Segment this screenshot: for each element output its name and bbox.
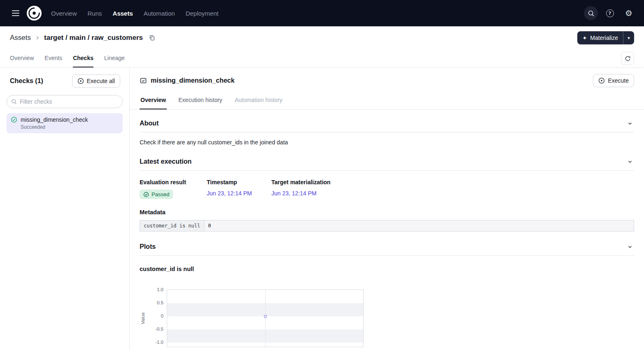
passed-status-badge: Passed <box>140 190 173 199</box>
about-section-header: About <box>140 110 634 132</box>
plots-section-header: Plots <box>140 232 634 256</box>
nav-item-automation[interactable]: Automation <box>144 10 175 17</box>
metadata-table: customer_id is null 0 <box>140 220 634 232</box>
top-nav: Overview Runs Assets Automation Deployme… <box>0 0 644 26</box>
top-nav-actions: ? ⚙ <box>584 6 636 20</box>
filter-checks-field <box>7 95 123 108</box>
breadcrumb-assets-link[interactable]: Assets <box>10 34 31 42</box>
tab-overview[interactable]: Overview <box>10 49 34 67</box>
dagster-logo[interactable] <box>26 5 42 21</box>
y-tick: 0 <box>161 313 163 318</box>
main-nav: Overview Runs Assets Automation Deployme… <box>51 10 219 17</box>
nav-item-runs[interactable]: Runs <box>88 10 102 17</box>
execute-button[interactable]: Execute <box>593 74 634 87</box>
hamburger-menu-icon[interactable] <box>8 6 23 21</box>
tab-lineage[interactable]: Lineage <box>104 49 125 67</box>
asset-tabs: Overview Events Checks Lineage <box>0 49 644 68</box>
checks-count-title: Checks (1) <box>10 77 43 85</box>
y-axis-label-column: Value <box>140 290 148 347</box>
help-icon[interactable]: ? <box>603 6 617 20</box>
metadata-heading: Metadata <box>140 209 634 216</box>
breadcrumb: Assets target / main / raw_customers <box>10 34 155 42</box>
check-detail-header: missing_dimension_check Execute <box>130 68 644 93</box>
app-window: Overview Runs Assets Automation Deployme… <box>0 0 644 350</box>
execute-all-button[interactable]: Execute all <box>72 74 120 88</box>
passed-label: Passed <box>152 191 169 197</box>
timestamp-link[interactable]: Jun 23, 12:14 PM <box>207 190 252 197</box>
sparkle-icon: ✦ <box>582 35 587 41</box>
metadata-key: customer_id is null <box>140 220 204 232</box>
check-detail: missing_dimension_check Execute Overview… <box>130 68 644 350</box>
check-detail-title: missing_dimension_check <box>151 77 235 84</box>
check-value-chart: Value 1.0 0.5 0 -0.5 -1.0 Jun 23, 12:14 … <box>140 290 634 347</box>
refresh-icon[interactable] <box>621 52 634 65</box>
check-description: Check if there are any null customer_ids… <box>140 139 634 146</box>
check-detail-body: About Check if there are any null custom… <box>130 110 644 350</box>
y-axis-ticks: 1.0 0.5 0 -0.5 -1.0 <box>148 290 167 347</box>
materialize-split-button: ✦ Materialize ▾ <box>577 31 634 44</box>
y-tick: 1.0 <box>157 287 163 292</box>
nav-item-deployment[interactable]: Deployment <box>186 10 219 17</box>
latest-execution-grid: Evaluation result Timestamp Target mater… <box>140 179 634 199</box>
y-tick: -0.5 <box>155 327 163 331</box>
nav-item-overview[interactable]: Overview <box>51 10 77 17</box>
asset-check-icon <box>140 77 147 84</box>
plot-title: customer_id is null <box>140 266 634 272</box>
check-detail-tabs: Overview Execution history Automation hi… <box>130 93 644 110</box>
check-list-item[interactable]: missing_dimension_check Succeeded <box>7 113 123 133</box>
materialize-label: Materialize <box>590 35 618 41</box>
chevron-right-icon <box>35 35 40 40</box>
plots-heading: Plots <box>140 243 156 250</box>
about-heading: About <box>140 120 159 127</box>
check-success-icon <box>143 192 149 197</box>
materialize-button[interactable]: ✦ Materialize <box>577 31 623 44</box>
tab-checks[interactable]: Checks <box>73 49 93 67</box>
y-tick: 0.5 <box>157 300 163 305</box>
data-point <box>264 315 267 318</box>
asset-key-path: target / main / raw_customers <box>44 34 143 42</box>
metadata-row: customer_id is null 0 <box>140 220 634 232</box>
latest-execution-section-header: Latest execution <box>140 146 634 171</box>
play-circle-icon <box>77 78 84 84</box>
plot-area: Jun 23, 12:14 PM Jun 23, 12:14 PM Jun 23… <box>167 290 364 347</box>
metadata-value: 0 <box>204 220 634 232</box>
search-icon[interactable] <box>584 6 598 20</box>
y-axis-label: Value <box>140 313 145 325</box>
copy-icon[interactable] <box>149 35 155 41</box>
chevron-down-icon[interactable] <box>626 243 634 250</box>
check-status: Succeeded <box>21 124 119 130</box>
latest-execution-heading: Latest execution <box>140 158 191 165</box>
grid-line-vertical <box>265 290 266 347</box>
search-icon <box>11 99 17 104</box>
play-circle-icon <box>598 77 605 84</box>
chevron-down-icon[interactable] <box>626 120 634 127</box>
tab-execution-history[interactable]: Execution history <box>177 93 223 109</box>
col-timestamp: Timestamp <box>207 179 271 185</box>
col-evaluation-result: Evaluation result <box>140 179 207 185</box>
check-name: missing_dimension_check <box>21 116 88 123</box>
content-split: Checks (1) Execute all <box>0 68 644 350</box>
target-materialization-link[interactable]: Jun 23, 12:14 PM <box>271 190 317 197</box>
checks-panel: Checks (1) Execute all <box>0 68 130 350</box>
col-target-materialization: Target materialization <box>271 179 634 185</box>
check-success-icon <box>11 116 17 123</box>
execute-label: Execute <box>608 77 629 84</box>
breadcrumb-row: Assets target / main / raw_customers ✦ M… <box>0 26 644 49</box>
execute-all-label: Execute all <box>87 78 115 84</box>
tab-events[interactable]: Events <box>44 49 62 67</box>
nav-item-assets[interactable]: Assets <box>113 10 133 17</box>
checks-panel-header: Checks (1) Execute all <box>7 74 123 88</box>
filter-checks-input[interactable] <box>7 95 123 108</box>
materialize-dropdown-caret-icon[interactable]: ▾ <box>623 31 634 44</box>
settings-gear-icon[interactable]: ⚙ <box>622 6 636 20</box>
tab-automation-history[interactable]: Automation history <box>234 93 283 109</box>
tab-check-overview[interactable]: Overview <box>140 93 167 109</box>
chevron-down-icon[interactable] <box>626 158 634 165</box>
y-tick: -1.0 <box>155 340 163 345</box>
